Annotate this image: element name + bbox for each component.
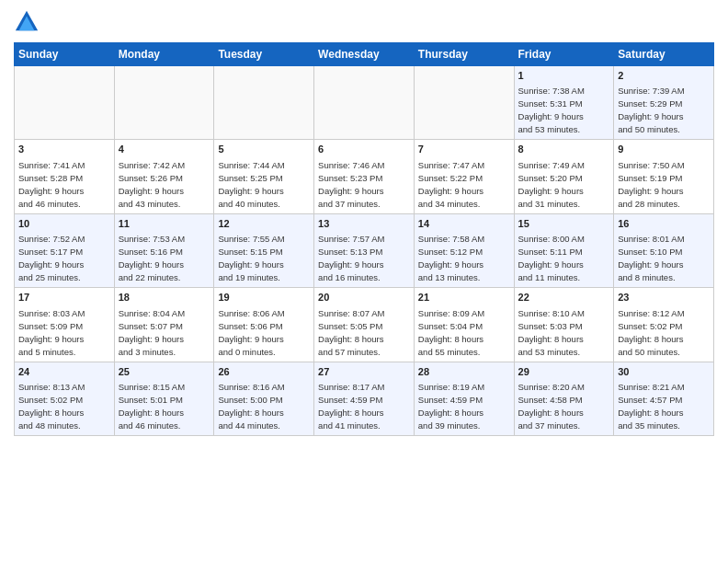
calendar-cell: 29Sunrise: 8:20 AM Sunset: 4:58 PM Dayli… [514, 362, 614, 435]
calendar-cell: 21Sunrise: 8:09 AM Sunset: 5:04 PM Dayli… [414, 288, 514, 362]
calendar-cell: 13Sunrise: 7:57 AM Sunset: 5:13 PM Dayli… [314, 213, 415, 287]
weekday-header-sunday: Sunday [15, 43, 115, 66]
day-info: Sunrise: 7:53 AM Sunset: 5:16 PM Dayligh… [119, 234, 185, 282]
calendar-cell: 2Sunrise: 7:39 AM Sunset: 5:29 PM Daylig… [614, 66, 714, 140]
day-number: 15 [518, 217, 610, 231]
day-info: Sunrise: 7:39 AM Sunset: 5:29 PM Dayligh… [618, 86, 684, 134]
calendar-cell [15, 66, 115, 140]
logo-icon [14, 9, 40, 35]
weekday-header-thursday: Thursday [414, 43, 514, 66]
calendar-cell: 23Sunrise: 8:12 AM Sunset: 5:02 PM Dayli… [614, 288, 714, 362]
calendar-cell: 24Sunrise: 8:13 AM Sunset: 5:02 PM Dayli… [15, 362, 115, 435]
day-info: Sunrise: 8:10 AM Sunset: 5:03 PM Dayligh… [518, 308, 585, 357]
day-info: Sunrise: 8:06 AM Sunset: 5:06 PM Dayligh… [218, 308, 284, 357]
day-number: 8 [518, 143, 610, 156]
calendar-cell [414, 66, 514, 140]
day-number: 23 [618, 291, 710, 304]
calendar-cell: 16Sunrise: 8:01 AM Sunset: 5:10 PM Dayli… [614, 213, 714, 287]
calendar-cell: 4Sunrise: 7:42 AM Sunset: 5:26 PM Daylig… [114, 140, 214, 213]
page-header [14, 9, 714, 35]
calendar-cell: 27Sunrise: 8:17 AM Sunset: 4:59 PM Dayli… [314, 362, 415, 435]
day-number: 17 [18, 291, 110, 304]
calendar-cell: 11Sunrise: 7:53 AM Sunset: 5:16 PM Dayli… [114, 213, 214, 287]
day-info: Sunrise: 8:03 AM Sunset: 5:09 PM Dayligh… [18, 308, 85, 357]
day-number: 7 [418, 143, 510, 156]
day-number: 9 [618, 143, 710, 156]
day-number: 25 [119, 365, 210, 379]
calendar-cell: 12Sunrise: 7:55 AM Sunset: 5:15 PM Dayli… [214, 213, 314, 287]
day-info: Sunrise: 8:00 AM Sunset: 5:11 PM Dayligh… [518, 234, 585, 282]
day-info: Sunrise: 7:55 AM Sunset: 5:15 PM Dayligh… [218, 234, 284, 282]
day-info: Sunrise: 7:41 AM Sunset: 5:28 PM Dayligh… [18, 160, 85, 209]
calendar-cell: 18Sunrise: 8:04 AM Sunset: 5:07 PM Dayli… [114, 288, 214, 362]
day-info: Sunrise: 7:38 AM Sunset: 5:31 PM Dayligh… [518, 86, 585, 134]
calendar-cell: 22Sunrise: 8:10 AM Sunset: 5:03 PM Dayli… [514, 288, 614, 362]
day-number: 18 [119, 291, 210, 304]
day-number: 14 [418, 217, 510, 231]
day-info: Sunrise: 8:15 AM Sunset: 5:01 PM Dayligh… [119, 382, 185, 431]
day-number: 21 [418, 291, 510, 304]
day-info: Sunrise: 7:58 AM Sunset: 5:12 PM Dayligh… [418, 234, 484, 282]
calendar-cell: 1Sunrise: 7:38 AM Sunset: 5:31 PM Daylig… [514, 66, 614, 140]
calendar-cell: 15Sunrise: 8:00 AM Sunset: 5:11 PM Dayli… [514, 213, 614, 287]
day-number: 2 [618, 69, 710, 83]
day-info: Sunrise: 8:13 AM Sunset: 5:02 PM Dayligh… [18, 382, 85, 431]
day-number: 11 [119, 217, 210, 231]
calendar-cell [214, 66, 314, 140]
day-number: 30 [618, 365, 710, 379]
day-info: Sunrise: 8:17 AM Sunset: 4:59 PM Dayligh… [318, 382, 384, 431]
weekday-header-tuesday: Tuesday [214, 43, 314, 66]
day-number: 3 [18, 143, 110, 156]
calendar-cell: 19Sunrise: 8:06 AM Sunset: 5:06 PM Dayli… [214, 288, 314, 362]
day-info: Sunrise: 8:12 AM Sunset: 5:02 PM Dayligh… [618, 308, 684, 357]
calendar-cell: 26Sunrise: 8:16 AM Sunset: 5:00 PM Dayli… [214, 362, 314, 435]
day-number: 24 [18, 365, 110, 379]
calendar-cell: 25Sunrise: 8:15 AM Sunset: 5:01 PM Dayli… [114, 362, 214, 435]
day-info: Sunrise: 7:44 AM Sunset: 5:25 PM Dayligh… [218, 160, 284, 209]
calendar-cell: 3Sunrise: 7:41 AM Sunset: 5:28 PM Daylig… [15, 140, 115, 213]
calendar-cell: 17Sunrise: 8:03 AM Sunset: 5:09 PM Dayli… [15, 288, 115, 362]
day-number: 5 [218, 143, 310, 156]
day-number: 26 [218, 365, 310, 379]
day-number: 28 [418, 365, 510, 379]
day-number: 22 [518, 291, 610, 304]
day-number: 19 [218, 291, 310, 304]
day-number: 1 [518, 69, 610, 83]
day-number: 16 [618, 217, 710, 231]
calendar-cell: 30Sunrise: 8:21 AM Sunset: 4:57 PM Dayli… [614, 362, 714, 435]
day-info: Sunrise: 7:49 AM Sunset: 5:20 PM Dayligh… [518, 160, 585, 209]
calendar-cell: 9Sunrise: 7:50 AM Sunset: 5:19 PM Daylig… [614, 140, 714, 213]
weekday-header-monday: Monday [114, 43, 214, 66]
calendar-cell: 5Sunrise: 7:44 AM Sunset: 5:25 PM Daylig… [214, 140, 314, 213]
day-number: 6 [318, 143, 410, 156]
day-info: Sunrise: 8:04 AM Sunset: 5:07 PM Dayligh… [119, 308, 185, 357]
day-info: Sunrise: 7:47 AM Sunset: 5:22 PM Dayligh… [418, 160, 484, 209]
calendar-cell: 20Sunrise: 8:07 AM Sunset: 5:05 PM Dayli… [314, 288, 415, 362]
day-number: 10 [18, 217, 110, 231]
day-info: Sunrise: 7:46 AM Sunset: 5:23 PM Dayligh… [318, 160, 384, 209]
calendar-cell: 8Sunrise: 7:49 AM Sunset: 5:20 PM Daylig… [514, 140, 614, 213]
day-info: Sunrise: 8:09 AM Sunset: 5:04 PM Dayligh… [418, 308, 484, 357]
day-info: Sunrise: 8:20 AM Sunset: 4:58 PM Dayligh… [518, 382, 585, 431]
calendar-cell: 10Sunrise: 7:52 AM Sunset: 5:17 PM Dayli… [15, 213, 115, 287]
calendar-cell: 28Sunrise: 8:19 AM Sunset: 4:59 PM Dayli… [414, 362, 514, 435]
day-number: 4 [119, 143, 210, 156]
day-info: Sunrise: 8:01 AM Sunset: 5:10 PM Dayligh… [618, 234, 684, 282]
calendar-cell: 7Sunrise: 7:47 AM Sunset: 5:22 PM Daylig… [414, 140, 514, 213]
calendar-cell [314, 66, 415, 140]
day-info: Sunrise: 8:19 AM Sunset: 4:59 PM Dayligh… [418, 382, 484, 431]
day-number: 29 [518, 365, 610, 379]
day-info: Sunrise: 8:21 AM Sunset: 4:57 PM Dayligh… [618, 382, 684, 431]
day-info: Sunrise: 7:52 AM Sunset: 5:17 PM Dayligh… [18, 234, 85, 282]
weekday-header-friday: Friday [514, 43, 614, 66]
logo [14, 9, 43, 35]
day-info: Sunrise: 7:57 AM Sunset: 5:13 PM Dayligh… [318, 234, 384, 282]
day-number: 12 [218, 217, 310, 231]
calendar-table: SundayMondayTuesdayWednesdayThursdayFrid… [14, 42, 714, 436]
day-info: Sunrise: 8:16 AM Sunset: 5:00 PM Dayligh… [218, 382, 284, 431]
day-number: 27 [318, 365, 410, 379]
day-number: 13 [318, 217, 410, 231]
day-number: 20 [318, 291, 410, 304]
calendar-cell [114, 66, 214, 140]
weekday-header-saturday: Saturday [614, 43, 714, 66]
